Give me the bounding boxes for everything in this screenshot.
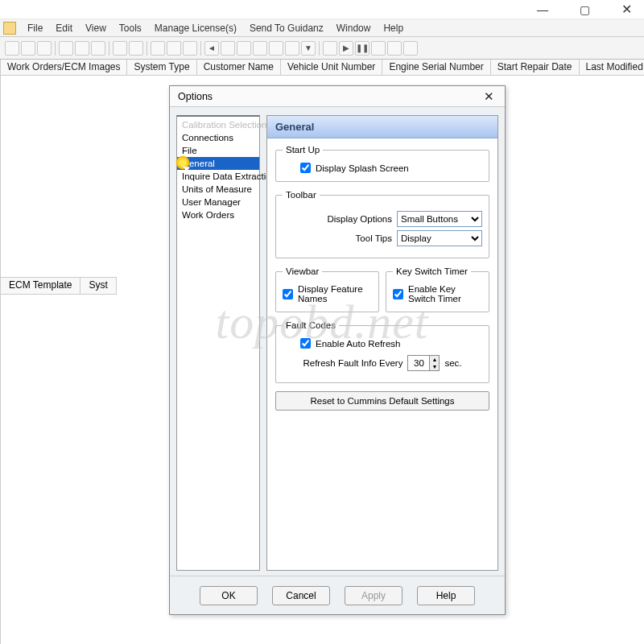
- toolbar-fault-icon[interactable]: [285, 41, 299, 56]
- minimize-button[interactable]: —: [528, 2, 557, 18]
- menu-bar: File Edit View Tools Manage License(s) S…: [0, 19, 644, 37]
- tree-item[interactable]: Work Orders: [177, 208, 259, 221]
- dialog-title-bar: Options ✕: [170, 86, 505, 107]
- tree-item[interactable]: Units of Measure: [177, 183, 259, 196]
- feature-names-checkbox-label[interactable]: Display Feature Names: [283, 284, 372, 303]
- toolbar-play-icon[interactable]: ▶: [339, 41, 353, 56]
- tree-item[interactable]: File: [177, 144, 259, 157]
- column-header[interactable]: Last Modified Date: [580, 60, 645, 75]
- viewbar-group: Viewbar Display Feature Names: [275, 266, 379, 312]
- app-icon: [3, 22, 16, 35]
- column-header[interactable]: System Type: [127, 60, 196, 75]
- refresh-interval-input[interactable]: [408, 356, 429, 370]
- menu-tools[interactable]: Tools: [113, 21, 148, 35]
- inner-tab[interactable]: ECM Template: [1, 278, 80, 294]
- splash-screen-checkbox[interactable]: [300, 163, 311, 173]
- tree-item[interactable]: Inquire Data Extraction: [177, 170, 259, 183]
- column-header[interactable]: Start Repair Date: [491, 60, 580, 75]
- reset-defaults-button[interactable]: Reset to Cummins Default Settings: [275, 391, 489, 411]
- keyswitch-legend: Key Switch Timer: [393, 266, 471, 276]
- dialog-footer: OK Cancel Apply Help: [170, 576, 505, 614]
- toolbar-copy-icon[interactable]: [75, 41, 89, 56]
- fault-codes-group: Fault Codes Enable Auto Refresh Refresh …: [275, 320, 489, 383]
- maximize-button[interactable]: ▢: [570, 2, 599, 18]
- feature-names-text: Display Feature Names: [298, 284, 372, 303]
- auto-refresh-checkbox-label[interactable]: Enable Auto Refresh: [300, 338, 482, 349]
- tool-tips-select[interactable]: Display: [397, 230, 482, 246]
- menu-file[interactable]: File: [21, 21, 49, 35]
- display-options-select[interactable]: Small Buttons: [397, 211, 482, 227]
- toolbar-send-icon[interactable]: [167, 41, 181, 56]
- toolbar-group: Toolbar Display Options Small Buttons To…: [275, 190, 489, 258]
- display-options-label: Display Options: [327, 214, 392, 224]
- menu-guidanz[interactable]: Send To Guidanz: [243, 21, 330, 35]
- inner-tab-strip: ECM TemplateSyst: [1, 277, 117, 295]
- help-button[interactable]: Help: [417, 586, 475, 605]
- viewbar-legend: Viewbar: [283, 266, 322, 276]
- toolbar-stop-icon[interactable]: [371, 41, 386, 56]
- toolbar-back-icon[interactable]: ◄: [204, 41, 219, 56]
- toolbar-log-icon[interactable]: [403, 41, 418, 56]
- toolbar-print-icon[interactable]: [113, 41, 127, 56]
- splash-screen-checkbox-label[interactable]: Display Splash Screen: [300, 163, 482, 173]
- toolbar-paste-icon[interactable]: [91, 41, 105, 56]
- toolbar-new-icon[interactable]: [5, 41, 19, 56]
- menu-window[interactable]: Window: [330, 21, 378, 35]
- toolbar-down-icon[interactable]: ▼: [301, 41, 316, 56]
- tree-item[interactable]: User Manager: [177, 196, 259, 208]
- keyswitch-checkbox-label[interactable]: Enable Key Switch Timer: [393, 284, 482, 303]
- apply-button[interactable]: Apply: [345, 586, 402, 605]
- refresh-unit: sec.: [444, 358, 461, 368]
- options-dialog: Options ✕ Calibration SelectionConnectio…: [169, 85, 506, 615]
- column-header[interactable]: Customer Name: [197, 60, 281, 75]
- window-close-button[interactable]: ✕: [612, 2, 641, 18]
- column-header[interactable]: Work Orders/ECM Images: [1, 60, 127, 75]
- toolbar-refresh-icon[interactable]: [237, 41, 251, 56]
- options-panel: General Start Up Display Splash Screen T…: [266, 115, 498, 571]
- toolbar-divider: [109, 41, 109, 56]
- toolbar-divider: [55, 41, 56, 56]
- tool-tips-label: Tool Tips: [356, 233, 392, 243]
- toolbar-divider: [147, 41, 147, 56]
- tree-item[interactable]: Connections: [177, 131, 259, 144]
- menu-view[interactable]: View: [79, 21, 113, 35]
- dialog-close-button[interactable]: ✕: [481, 89, 497, 105]
- toolbar-record-icon[interactable]: [387, 41, 402, 56]
- tree-item[interactable]: ➤General: [177, 157, 259, 170]
- cancel-button[interactable]: Cancel: [272, 586, 330, 605]
- feature-names-checkbox[interactable]: [283, 289, 293, 299]
- toolbar-connect-icon[interactable]: [221, 41, 235, 56]
- toolbar-legend: Toolbar: [283, 190, 320, 200]
- keyswitch-checkbox[interactable]: [393, 289, 403, 299]
- column-header[interactable]: Engine Serial Number: [382, 60, 490, 75]
- ok-button[interactable]: OK: [200, 586, 258, 605]
- toolbar-play-prev-icon[interactable]: [323, 41, 337, 56]
- dialog-title: Options: [178, 91, 213, 102]
- toolbar-pause-icon[interactable]: ❚❚: [355, 41, 369, 56]
- tree-item[interactable]: Calibration Selection: [177, 118, 259, 131]
- menu-edit[interactable]: Edit: [49, 21, 79, 35]
- refresh-interval-spinner[interactable]: ▲ ▼: [407, 355, 440, 371]
- toolbar-export-icon[interactable]: [183, 41, 197, 56]
- toolbar-preview-icon[interactable]: [129, 41, 143, 56]
- fault-codes-legend: Fault Codes: [283, 320, 339, 330]
- toolbar-find-icon[interactable]: [151, 41, 165, 56]
- inner-tab[interactable]: Syst: [80, 278, 116, 294]
- startup-legend: Start Up: [283, 145, 323, 155]
- toolbar-cut-icon[interactable]: [59, 41, 73, 56]
- spinner-up-icon[interactable]: ▲: [429, 356, 439, 363]
- menu-license[interactable]: Manage License(s): [148, 21, 243, 35]
- menu-help[interactable]: Help: [377, 21, 410, 35]
- toolbar-reports-icon[interactable]: [253, 41, 267, 56]
- options-tree[interactable]: Calibration SelectionConnectionsFile➤Gen…: [176, 115, 260, 571]
- spinner-down-icon[interactable]: ▼: [429, 363, 439, 370]
- column-header[interactable]: Vehicle Unit Number: [281, 60, 382, 75]
- keyswitch-text: Enable Key Switch Timer: [408, 284, 482, 303]
- toolbar-divider: [200, 41, 201, 56]
- toolbar-ecm-icon[interactable]: [269, 41, 283, 56]
- toolbar-open-icon[interactable]: [21, 41, 35, 56]
- splash-screen-text: Display Splash Screen: [316, 163, 409, 173]
- auto-refresh-text: Enable Auto Refresh: [316, 339, 401, 349]
- auto-refresh-checkbox[interactable]: [300, 338, 311, 349]
- toolbar-save-icon[interactable]: [37, 41, 52, 56]
